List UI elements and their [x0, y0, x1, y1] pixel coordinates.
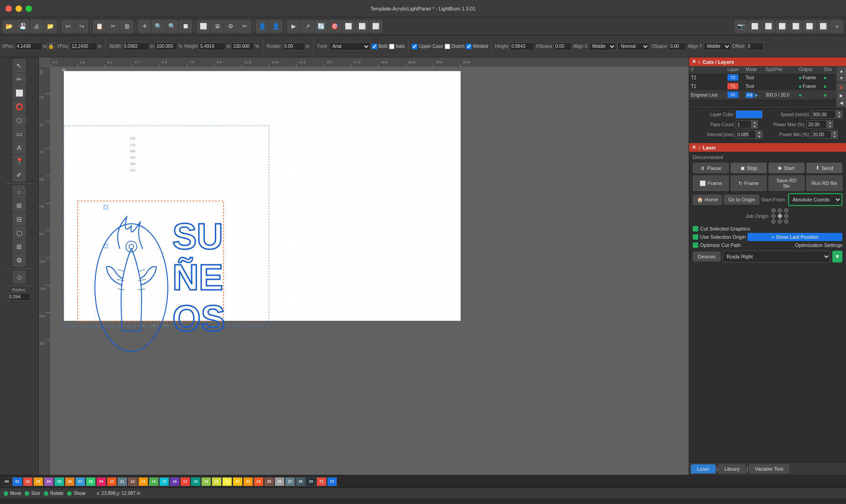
laser-check-btn[interactable]: ○ — [698, 145, 701, 150]
origin-tr[interactable] — [784, 208, 789, 213]
swatch-20[interactable]: 20 — [212, 477, 222, 486]
vspace-input[interactable] — [668, 42, 686, 51]
origin-tc[interactable] — [778, 208, 782, 213]
frame1-button[interactable]: ⬜ — [342, 20, 355, 33]
hspace-input[interactable] — [554, 42, 572, 51]
swatch-16[interactable]: 16 — [170, 477, 180, 486]
powermin-up-button[interactable]: ▲ — [831, 130, 838, 134]
xpos-input[interactable] — [15, 42, 42, 51]
monitor-button[interactable]: 🖥 — [211, 20, 223, 33]
origin-mc[interactable] — [778, 214, 782, 218]
rotate-input[interactable] — [282, 42, 305, 51]
swatch-28[interactable]: 28 — [296, 477, 306, 486]
speed-up-button[interactable]: ▲ — [836, 110, 842, 114]
laser-close-btn[interactable]: ✕ — [692, 144, 696, 150]
use-selection-checkbox[interactable] — [693, 234, 698, 240]
table-row[interactable]: T2 T2 Tool ■ Frame ■ — [689, 73, 836, 82]
powermax-down-button[interactable]: ▼ — [827, 124, 833, 129]
redo-button[interactable]: ↪ — [75, 20, 88, 33]
extra6-button[interactable]: ⬜ — [817, 20, 830, 33]
zoom-out-button[interactable]: 🔍 — [166, 20, 178, 33]
target-button[interactable]: 🎯 — [328, 20, 341, 33]
extra5-button[interactable]: ⬜ — [803, 20, 816, 33]
table-row[interactable]: T1 T1 Tool ■ Frame ■ — [689, 82, 836, 91]
rotate-button[interactable]: 🔄 — [315, 20, 327, 33]
home-button[interactable]: 🏠 Home — [693, 195, 722, 205]
font-select[interactable]: Arial — [329, 42, 370, 51]
swatch-19[interactable]: 19 — [201, 477, 211, 486]
pen-tool[interactable]: ✏ — [13, 73, 26, 86]
canvas-bg[interactable]: SU ÑE OS 200 270 280 220 240 220 120 140… — [50, 67, 689, 475]
pencil-tool[interactable]: ✐ — [13, 169, 26, 181]
extra1-button[interactable]: ⬜ — [748, 20, 761, 33]
tab-laser[interactable]: Laser — [691, 464, 716, 473]
swatch-17[interactable]: 17 — [180, 477, 190, 486]
swatch-22[interactable]: 22 — [233, 477, 243, 486]
text-tool[interactable]: A — [13, 141, 26, 154]
collapse-layer-button[interactable]: ◀ — [837, 99, 846, 106]
undo-button[interactable]: ↩ — [62, 20, 74, 33]
user2-button[interactable]: 👤 — [270, 20, 282, 33]
powermax-up-button[interactable]: ▲ — [827, 120, 833, 124]
run-rd-button[interactable]: Run RD file — [806, 175, 842, 191]
bold-checkbox[interactable] — [372, 44, 377, 49]
fill-arrow[interactable]: ▶ — [755, 93, 758, 98]
start-button[interactable]: ▶ Start — [768, 163, 804, 173]
save-rd-button[interactable]: Save RD file — [768, 175, 804, 191]
swatch-04[interactable]: 04 — [44, 477, 54, 486]
origin-br[interactable] — [784, 219, 789, 224]
circle-tool[interactable]: ⭕ — [13, 100, 26, 113]
interval-down-button[interactable]: ▼ — [756, 134, 763, 139]
origin-tl[interactable] — [771, 208, 776, 213]
user1-button[interactable]: 👤 — [256, 20, 269, 33]
print-button[interactable]: 🖨 — [30, 20, 43, 33]
swatch-03[interactable]: 03 — [33, 477, 43, 486]
scroll-up-button[interactable]: ▲ — [837, 67, 846, 74]
new-file-button[interactable]: 📂 — [3, 20, 16, 33]
rect2-tool[interactable]: ▢ — [13, 226, 26, 239]
offset-input[interactable] — [746, 42, 764, 51]
height-pct-input[interactable] — [231, 42, 254, 51]
frame2-button[interactable]: ⬜ — [356, 20, 369, 33]
align-x-select[interactable]: Middle — [589, 42, 616, 51]
origin-ml[interactable] — [771, 214, 776, 218]
play-button[interactable]: ▶ — [287, 20, 300, 33]
pause-button[interactable]: ⏸ Pause — [693, 163, 729, 173]
pass-down-button[interactable]: ▼ — [752, 124, 758, 129]
width-input[interactable] — [122, 42, 150, 51]
circle2-tool[interactable]: ○ — [13, 185, 26, 198]
height2-input[interactable] — [509, 42, 535, 51]
tab-variable-text[interactable]: Variable Text — [749, 464, 789, 473]
swatch-25[interactable]: 25 — [264, 477, 274, 486]
open-button[interactable]: 📁 — [44, 20, 57, 33]
pass-up-button[interactable]: ▲ — [752, 120, 758, 124]
canvas-area[interactable]: 0.0 1.6 3.1 4.7 6.3 7.9 9.4 11.0 12.6 14… — [39, 57, 689, 475]
go-to-origin-button[interactable]: Go to Origin — [724, 195, 759, 205]
polygon-tool[interactable]: ⬡ — [13, 114, 26, 127]
swatch-t1[interactable]: T1 — [317, 477, 327, 486]
ypos-input[interactable] — [70, 42, 97, 51]
cut-tool[interactable]: ◇ — [13, 271, 26, 283]
scroll-down-button[interactable]: ▼ — [837, 74, 846, 82]
height-input[interactable] — [198, 42, 226, 51]
normal-select[interactable]: Normal — [618, 42, 649, 51]
select-tool[interactable]: ↖ — [13, 59, 26, 72]
swatch-29[interactable]: 29 — [306, 477, 316, 486]
start-from-select[interactable]: Absolute Coords — [788, 193, 842, 206]
zoom-in-button[interactable]: 🔍 — [152, 20, 165, 33]
rect-tool[interactable]: ⬜ — [13, 87, 26, 99]
swatch-00[interactable]: 00 — [2, 477, 12, 486]
swatch-13[interactable]: 13 — [138, 477, 148, 486]
cuts-check-btn[interactable]: ○ — [698, 59, 701, 65]
settings2-tool[interactable]: ⚙ — [13, 254, 26, 267]
swatch-09[interactable]: 09 — [96, 477, 106, 486]
swatch-24[interactable]: 24 — [254, 477, 264, 486]
lock-button[interactable]: 🔒 — [47, 42, 55, 51]
welded-checkbox[interactable] — [466, 44, 472, 49]
swatch-27[interactable]: 27 — [285, 477, 295, 486]
scissors-button[interactable]: ✂ — [238, 20, 251, 33]
device-arrow-button[interactable]: ▼ — [832, 251, 842, 262]
swatch-06[interactable]: 06 — [65, 477, 75, 486]
group-button[interactable]: ⬜ — [197, 20, 210, 33]
swatch-26[interactable]: 26 — [275, 477, 285, 486]
